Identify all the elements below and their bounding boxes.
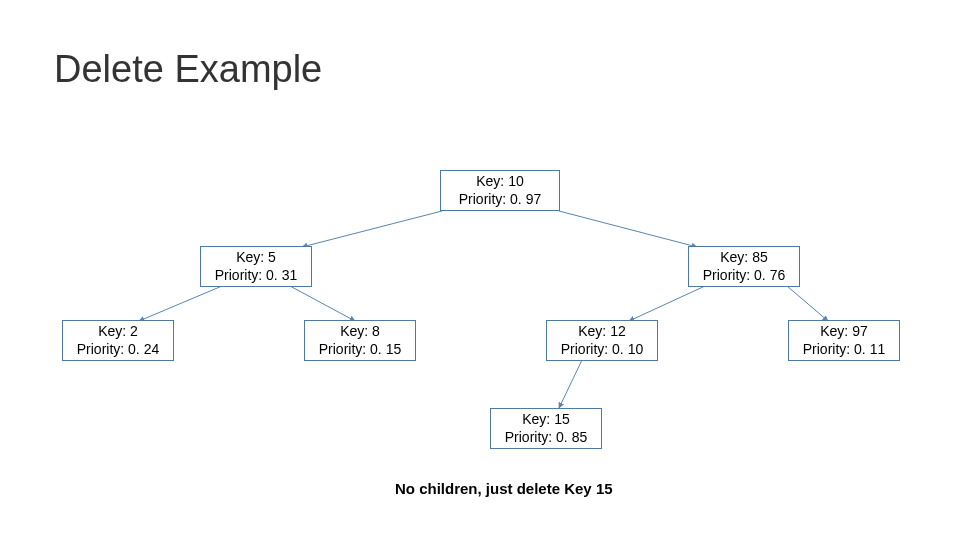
svg-line-4: [629, 286, 705, 321]
page-title: Delete Example: [54, 48, 322, 91]
tree-node-8: Key: 8 Priority: 0. 15: [304, 320, 416, 361]
tree-node-2: Key: 2 Priority: 0. 24: [62, 320, 174, 361]
tree-node-12: Key: 12 Priority: 0. 10: [546, 320, 658, 361]
node-key: Key: 85: [695, 249, 793, 267]
tree-node-15: Key: 15 Priority: 0. 85: [490, 408, 602, 449]
svg-line-0: [302, 211, 442, 247]
tree-node-85: Key: 85 Priority: 0. 76: [688, 246, 800, 287]
node-key: Key: 5: [207, 249, 305, 267]
node-priority: Priority: 0. 11: [795, 341, 893, 359]
svg-line-2: [139, 286, 222, 321]
node-key: Key: 2: [69, 323, 167, 341]
node-priority: Priority: 0. 97: [447, 191, 553, 209]
node-key: Key: 8: [311, 323, 409, 341]
node-key: Key: 97: [795, 323, 893, 341]
node-priority: Priority: 0. 24: [69, 341, 167, 359]
node-priority: Priority: 0. 31: [207, 267, 305, 285]
tree-node-root: Key: 10 Priority: 0. 97: [440, 170, 560, 211]
node-key: Key: 10: [447, 173, 553, 191]
svg-line-1: [559, 211, 697, 247]
svg-line-3: [290, 286, 355, 321]
node-priority: Priority: 0. 85: [497, 429, 595, 447]
tree-node-97: Key: 97 Priority: 0. 11: [788, 320, 900, 361]
node-priority: Priority: 0. 10: [553, 341, 651, 359]
node-key: Key: 15: [497, 411, 595, 429]
node-priority: Priority: 0. 15: [311, 341, 409, 359]
svg-line-5: [787, 286, 828, 321]
tree-node-5: Key: 5 Priority: 0. 31: [200, 246, 312, 287]
node-priority: Priority: 0. 76: [695, 267, 793, 285]
caption-text: No children, just delete Key 15: [395, 480, 613, 497]
svg-line-6: [559, 360, 582, 408]
node-key: Key: 12: [553, 323, 651, 341]
